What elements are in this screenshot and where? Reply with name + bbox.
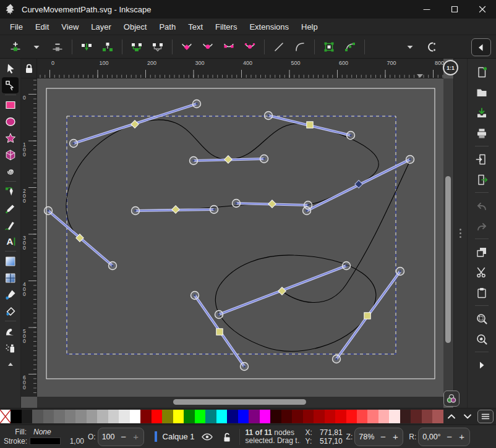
palette-swatch-11[interactable] [119,410,129,423]
segment-to-curve-button[interactable] [291,38,309,56]
palette-swatch-39[interactable] [422,410,432,423]
layer-lock-toggle[interactable] [220,430,233,444]
fill-stroke-indicator[interactable]: Fill: None Stroke: 1,00 [4,428,84,446]
make-corner-button[interactable] [177,38,196,56]
vertical-scrollbar-thumb[interactable] [445,176,451,343]
palette-swatch-13[interactable] [140,410,151,423]
palette-swatch-8[interactable] [87,410,97,423]
path-node-1[interactable] [224,156,232,163]
rotation-value[interactable]: 0,00° [420,433,443,441]
palette-swatch-37[interactable] [400,410,411,423]
join-with-segment-button[interactable] [127,38,146,56]
rotation-spinbox[interactable]: 0,00° − + [418,428,469,446]
palette-swatch-26[interactable] [281,410,292,423]
menu-text[interactable]: Text [182,20,209,34]
pencil-tool[interactable] [2,200,19,216]
zoom-to-selection-button[interactable] [472,310,491,328]
vertical-scrollbar[interactable] [443,78,453,397]
star-tool[interactable] [2,130,19,146]
zoom-spinbox[interactable]: 78% − + [354,428,403,446]
show-more-commands-button[interactable] [472,356,491,374]
text-tool[interactable]: A [2,234,19,250]
zoom-increase-button[interactable]: + [389,431,401,442]
palette-swatch-31[interactable] [335,410,346,423]
spiral-tool[interactable] [2,164,19,180]
palette-swatch-22[interactable] [238,410,249,423]
palette-swatch-24[interactable] [260,410,270,423]
toolbox-overflow[interactable] [2,357,19,373]
menu-layer[interactable]: Layer [85,20,118,34]
palette-swatch-10[interactable] [108,410,119,423]
undo-button[interactable] [472,197,491,214]
vertical-ruler[interactable]: 0100200300400500600 [21,78,37,397]
menu-view[interactable]: View [55,20,85,34]
selector-tool[interactable] [2,61,19,77]
ruler-corner[interactable] [21,59,37,78]
palette-swatch-38[interactable] [411,410,421,423]
palette-swatch-33[interactable] [357,410,367,423]
zoom-to-drawing-button[interactable] [472,330,491,348]
palette-swatch-6[interactable] [65,410,75,423]
snap-toggle-button[interactable] [422,38,440,56]
zoom-value[interactable]: 78% [356,433,377,441]
spray-tool[interactable] [2,340,19,356]
open-document-button[interactable] [472,83,491,101]
delete-node-button[interactable] [48,38,67,56]
calligraphy-tool[interactable] [2,217,19,233]
export-document-button[interactable] [472,171,491,188]
palette-menu-button[interactable] [477,410,494,423]
menu-path[interactable]: Path [153,20,182,34]
minimize-button[interactable] [413,0,440,19]
horizontal-scrollbar-thumb[interactable] [173,399,306,405]
menu-object[interactable]: Object [118,20,153,34]
opacity-spinbox[interactable]: 100 − + [98,428,144,446]
palette-swatch-2[interactable] [22,410,32,423]
palette-swatch-14[interactable] [152,410,162,423]
palette-swatch-20[interactable] [216,410,227,423]
palette-swatch-28[interactable] [303,410,314,423]
node-tool[interactable] [2,77,19,93]
palette-swatch-17[interactable] [184,410,194,423]
path-node-4[interactable] [268,200,276,208]
panel-splitter[interactable] [453,59,467,408]
box3d-tool[interactable] [2,147,19,163]
cut-button[interactable] [472,263,491,281]
menu-help[interactable]: Help [295,20,324,34]
bezier-path-1[interactable] [66,120,378,238]
rotation-decrease-button[interactable]: − [443,431,456,442]
palette-swatch-18[interactable] [195,410,205,423]
ellipse-tool[interactable] [2,114,19,130]
pen-tool[interactable] [2,184,19,200]
palette-swatch-1[interactable] [11,410,21,423]
rotation-increase-button[interactable]: + [456,431,468,442]
zoom-1-1-button[interactable]: 1:1 [443,60,458,75]
paste-button[interactable] [472,284,491,302]
segment-to-line-button[interactable] [270,38,288,56]
maximize-button[interactable] [440,0,468,19]
mesh-tool[interactable] [2,270,19,286]
object-to-path-button[interactable] [320,38,338,56]
canvas[interactable] [37,78,443,397]
import-document-button[interactable] [472,150,491,168]
path-node-2[interactable] [307,122,313,128]
menu-extensions[interactable]: Extensions [243,20,295,34]
palette-swatch-23[interactable] [249,410,259,423]
zoom-decrease-button[interactable]: − [377,431,389,442]
duplicate-button[interactable] [472,243,491,261]
coords-dropdown-button[interactable] [401,38,419,56]
close-button[interactable] [468,0,496,19]
menu-file[interactable]: File [4,20,29,34]
horizontal-ruler[interactable]: 0100200300400500600700800 [37,59,443,78]
palette-swatch-3[interactable] [32,410,43,423]
palette-scroll-down-button[interactable] [460,410,476,423]
new-document-button[interactable] [472,63,491,81]
layer-name[interactable]: Calque 1 [163,432,195,441]
insert-node-button[interactable] [6,38,25,56]
palette-swatch-32[interactable] [346,410,357,423]
delete-segment-button[interactable] [148,38,167,56]
join-nodes-button[interactable] [77,38,96,56]
path-node-8[interactable] [216,329,223,335]
palette-swatch-19[interactable] [205,410,216,423]
palette-swatch-5[interactable] [54,410,64,423]
palette-swatch-30[interactable] [325,410,335,423]
